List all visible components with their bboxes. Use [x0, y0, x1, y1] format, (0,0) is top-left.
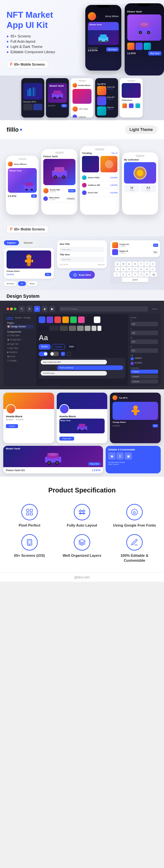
key-v[interactable]: V — [138, 272, 144, 277]
sidebar-page-design[interactable]: 🎨 Design Screen — [6, 325, 33, 329]
discover-btn[interactable]: Discover — [21, 240, 36, 245]
layers-icon — [74, 534, 90, 551]
key-z[interactable]: Z — [121, 272, 126, 277]
cursor-tool[interactable]: ↖ — [19, 306, 25, 312]
collection-btn-2[interactable]: Cartoon — [131, 375, 158, 378]
sidebar-chip-size[interactable]: ⊡ Chip Size — [6, 334, 33, 338]
nft-card-component: Orange Robot 0.9 ETH Buy — [4, 248, 54, 279]
key-shift[interactable]: ⇧ — [113, 272, 120, 277]
filllo-logo: filllo — [6, 126, 22, 133]
item-input[interactable]: Type here... — [60, 257, 104, 262]
sidebar-icons[interactable]: ◉ Icons — [6, 354, 33, 359]
title-input[interactable]: Enter title... — [60, 247, 104, 252]
wide-car-illustration — [43, 448, 63, 465]
design-tool[interactable]: ◈ — [42, 306, 47, 312]
collection-btn-3[interactable]: Cartoon — [131, 379, 158, 383]
sidebar-buttons[interactable]: ▶ Buttons — [6, 350, 33, 354]
bid-btn-light[interactable]: Bid — [31, 194, 37, 198]
bid-button[interactable]: Bid Now — [106, 47, 119, 52]
editable-label: 100% Editable & Customizble — [111, 553, 158, 563]
svg-point-4 — [100, 41, 101, 42]
key-s[interactable]: S — [121, 267, 126, 272]
key-h[interactable]: H — [144, 267, 150, 272]
frame-tool[interactable]: # — [27, 306, 32, 312]
theme-badge: Light Theme — [125, 125, 158, 134]
key-f[interactable]: F — [132, 267, 138, 272]
svg-point-32 — [63, 176, 64, 178]
place-bid-wide[interactable]: Place Bid — [88, 462, 100, 466]
assets-tab[interactable]: Assets — [15, 316, 22, 320]
filter-chip-2[interactable]: Art — [18, 281, 26, 286]
key-u[interactable]: U — [150, 262, 156, 266]
key-x[interactable]: X — [127, 272, 132, 277]
key-r[interactable]: R — [132, 262, 138, 266]
stroke-colors: 6C3FE0 — [131, 362, 158, 365]
explore-btn[interactable]: Explore — [4, 240, 19, 245]
key-q[interactable]: Q — [115, 262, 120, 266]
gray-bar-7 — [92, 326, 96, 331]
google-fonts-svg: G — [131, 508, 138, 516]
bid-dark-btn[interactable]: Bid — [153, 424, 158, 428]
toggle-on[interactable] — [39, 351, 48, 356]
profile-name-2: Amelia Block — [59, 415, 105, 418]
mobile-screens-badge-2: F 65+ Mobile Screens — [6, 225, 48, 233]
spec-editable: 100% Editable & Customizble — [111, 534, 158, 563]
design-system-header: Design System — [0, 290, 164, 301]
sidebar-see-text[interactable]: ≡ See Text — [6, 346, 33, 350]
checkbox-unchecked[interactable] — [67, 352, 71, 356]
auto-layout-svg — [78, 508, 86, 516]
figma-icon-2: F — [10, 227, 12, 231]
swatch-pink — [78, 316, 85, 323]
key-g[interactable]: G — [138, 267, 144, 272]
bid-list-btn[interactable]: Bid — [153, 244, 158, 247]
key-c[interactable]: C — [132, 272, 138, 277]
key-y[interactable]: Y — [144, 262, 150, 266]
light-phone-4: My Collection 12 Items 5.2 ETH — [122, 152, 158, 215]
design-tab-sidebar[interactable]: Design — [24, 316, 31, 320]
svg-point-11 — [147, 32, 149, 33]
key-backspace[interactable]: ⌫ — [150, 272, 157, 277]
user-avatar — [72, 106, 78, 112]
swatch-blue — [39, 316, 45, 323]
buy-now-btn[interactable]: Buy — [45, 273, 51, 276]
filter-chip-1[interactable]: All Items — [4, 281, 17, 286]
key-e[interactable]: E — [127, 262, 132, 266]
svg-rect-18 — [36, 90, 38, 96]
collection-btn-1[interactable]: Cartoon — [131, 370, 158, 374]
follow-btn[interactable]: Follow — [68, 189, 75, 192]
key-t[interactable]: T — [138, 262, 144, 266]
profile-follow-btn[interactable]: Follow — [6, 424, 18, 428]
key-a[interactable]: A — [115, 267, 120, 272]
scan-btn-main[interactable]: ⊙ Scan Item — [69, 271, 95, 279]
key-w[interactable]: W — [121, 262, 126, 266]
keyboard-component[interactable]: Q W E R T Y U A S D F G H J ⇧ Z X C — [110, 259, 160, 285]
following-btn[interactable]: Following — [66, 197, 75, 200]
component-scan-section: Explore Discover Orange Robot — [0, 236, 164, 290]
toggle-off[interactable] — [50, 351, 59, 356]
spec-pixel-perfect: Pixel Perfect — [6, 504, 53, 528]
sidebar-dropdown[interactable]: ▣ DropDown — [6, 338, 33, 342]
key-space[interactable]: space — [122, 277, 148, 282]
screenshots-strip-dark: Discover NFTs Mutant Yacht — [0, 75, 164, 120]
buy-list-btn[interactable]: Buy — [153, 250, 158, 254]
key-j[interactable]: J — [150, 267, 156, 272]
spec-google-fonts: G Using Google Free Fonts — [111, 504, 158, 528]
hero-section: NFT Market App UI Kit 65+ Screens Full A… — [0, 0, 164, 75]
checkbox-checked[interactable]: ✓ — [61, 352, 65, 356]
sidebar-type-set[interactable]: ◈ Type Set — [6, 342, 33, 346]
layers-tool[interactable]: ≡ — [34, 306, 40, 312]
key-d[interactable]: D — [127, 267, 132, 272]
form-scan-middle: Item Title Enter title... Title Item Typ… — [57, 240, 107, 286]
sidebar-tooltip[interactable]: ⊡ Tooltip — [6, 359, 33, 363]
place-bid-btn[interactable]: Place Bid — [59, 437, 74, 440]
buy-button[interactable]: Buy Now — [148, 51, 161, 56]
svg-rect-28 — [55, 167, 64, 172]
prototype-tool[interactable]: ▶ — [49, 306, 55, 312]
svg-point-10 — [139, 32, 141, 33]
spec-grid: Pixel Perfect Fully Auto Layout G — [6, 504, 158, 563]
svg-rect-49 — [132, 410, 133, 412]
layers-tab[interactable]: Layers — [6, 316, 13, 320]
profile-eth: 5.2 ETH — [16, 418, 23, 421]
key-b[interactable]: B — [144, 272, 150, 277]
filter-chip-3[interactable]: Music — [27, 281, 38, 286]
